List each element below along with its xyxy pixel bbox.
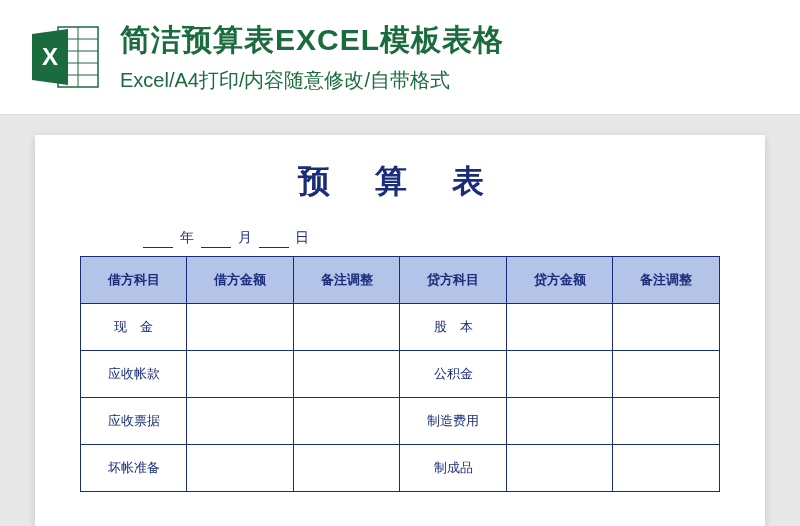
table-cell	[187, 398, 293, 445]
table-header: 备注调整	[293, 257, 399, 304]
table-row: 应收票据 制造费用	[81, 398, 720, 445]
document-preview: 预 算 表 年 月 日 借方科目 借方金额 备注调整 贷方科目 贷方金额 备注调…	[35, 135, 765, 526]
page-subtitle: Excel/A4打印/内容随意修改/自带格式	[120, 67, 770, 94]
document-title: 预 算 表	[80, 160, 720, 204]
table-cell: 股 本	[400, 304, 506, 351]
table-cell: 制造费用	[400, 398, 506, 445]
table-cell: 现 金	[81, 304, 187, 351]
excel-icon: X	[30, 22, 100, 92]
table-row: 应收帐款 公积金	[81, 351, 720, 398]
table-header: 贷方金额	[506, 257, 612, 304]
page-title: 简洁预算表EXCEL模板表格	[120, 20, 770, 61]
header-text: 简洁预算表EXCEL模板表格 Excel/A4打印/内容随意修改/自带格式	[120, 20, 770, 94]
month-label: 月	[238, 229, 252, 247]
table-cell	[187, 351, 293, 398]
table-cell	[506, 445, 612, 492]
date-line: 年 月 日	[80, 229, 720, 248]
table-header: 贷方科目	[400, 257, 506, 304]
table-header: 备注调整	[613, 257, 720, 304]
table-cell	[613, 351, 720, 398]
svg-text:X: X	[42, 43, 58, 70]
table-header: 借方金额	[187, 257, 293, 304]
table-row: 现 金 股 本	[81, 304, 720, 351]
header-section: X 简洁预算表EXCEL模板表格 Excel/A4打印/内容随意修改/自带格式	[0, 0, 800, 115]
year-label: 年	[180, 229, 194, 247]
day-label: 日	[295, 229, 309, 247]
table-header-row: 借方科目 借方金额 备注调整 贷方科目 贷方金额 备注调整	[81, 257, 720, 304]
table-cell	[613, 304, 720, 351]
table-cell	[506, 304, 612, 351]
table-cell	[293, 304, 399, 351]
table-cell: 制成品	[400, 445, 506, 492]
table-cell	[613, 398, 720, 445]
table-cell: 应收帐款	[81, 351, 187, 398]
table-cell: 公积金	[400, 351, 506, 398]
document-area: 预 算 表 年 月 日 借方科目 借方金额 备注调整 贷方科目 贷方金额 备注调…	[0, 115, 800, 526]
table-cell	[187, 445, 293, 492]
table-row: 坏帐准备 制成品	[81, 445, 720, 492]
table-cell: 坏帐准备	[81, 445, 187, 492]
day-blank	[259, 229, 289, 248]
budget-table: 借方科目 借方金额 备注调整 贷方科目 贷方金额 备注调整 现 金 股 本	[80, 256, 720, 492]
table-cell	[293, 351, 399, 398]
month-blank	[201, 229, 231, 248]
table-cell	[613, 445, 720, 492]
year-blank	[143, 229, 173, 248]
table-cell	[506, 398, 612, 445]
table-cell	[293, 445, 399, 492]
table-cell: 应收票据	[81, 398, 187, 445]
table-cell	[187, 304, 293, 351]
table-cell	[293, 398, 399, 445]
table-cell	[506, 351, 612, 398]
table-header: 借方科目	[81, 257, 187, 304]
